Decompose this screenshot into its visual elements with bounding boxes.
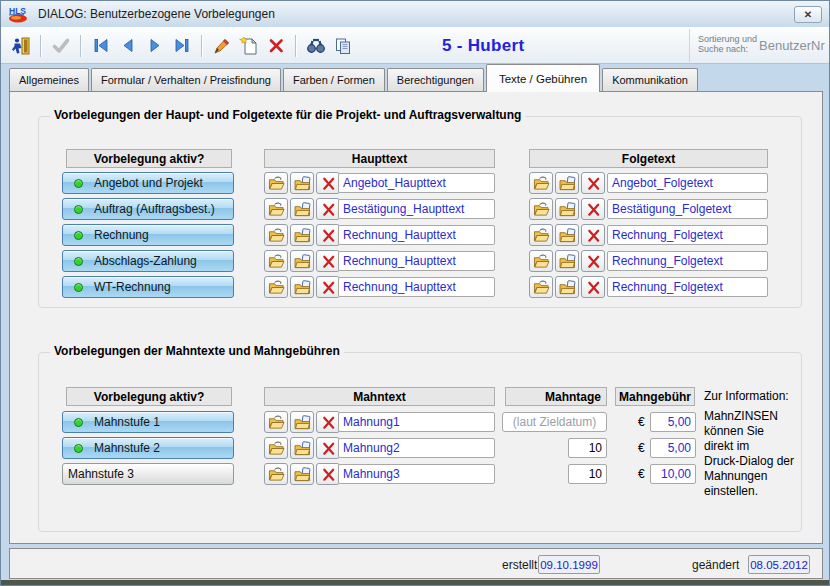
active-led-icon: [74, 283, 83, 292]
toggle-label: Auftrag (Auftragsbest.): [94, 202, 215, 216]
folgetext-field[interactable]: [607, 199, 768, 219]
mahngebuehr-field[interactable]: [650, 438, 696, 458]
save-check-icon: [51, 36, 71, 56]
clear-button[interactable]: [316, 276, 340, 298]
open-folder-button[interactable]: [529, 224, 553, 246]
toggle-abschlags-zahlung[interactable]: Abschlags-Zahlung: [62, 250, 234, 272]
tab-allgemeines[interactable]: Allgemeines: [9, 68, 89, 91]
open-folder-button[interactable]: [264, 276, 288, 298]
clear-button[interactable]: [316, 463, 340, 485]
toggle-label: Mahnstufe 3: [68, 467, 134, 481]
header-folgetext: Folgetext: [529, 149, 768, 168]
first-record-icon: [91, 36, 111, 56]
exit-button[interactable]: [7, 32, 34, 59]
clear-button[interactable]: [316, 198, 340, 220]
mahngebuehr-field[interactable]: [650, 412, 696, 432]
close-button[interactable]: ✕: [794, 6, 822, 23]
clear-button[interactable]: [581, 172, 605, 194]
new-record-button[interactable]: [235, 32, 262, 59]
open-folder-button[interactable]: [529, 250, 553, 272]
tab-kommunikation[interactable]: Kommunikation: [602, 68, 698, 91]
last-record-button[interactable]: [168, 32, 195, 59]
folder-page-button[interactable]: [555, 224, 579, 246]
open-folder-button[interactable]: [264, 172, 288, 194]
save-button[interactable]: [47, 32, 74, 59]
clear-red-x-icon: [585, 202, 602, 217]
tab-berechtigungen[interactable]: Berechtigungen: [387, 68, 484, 91]
mahntage-field[interactable]: [568, 464, 607, 484]
toggle-rechnung[interactable]: Rechnung: [62, 224, 234, 246]
folder-page-button[interactable]: [290, 437, 314, 459]
folder-page-button[interactable]: [555, 198, 579, 220]
mahntage-field[interactable]: [568, 438, 607, 458]
mahngebuehr-field[interactable]: [650, 464, 696, 484]
sort-value: BenutzerNr: [759, 38, 825, 53]
folgetext-field[interactable]: [607, 277, 768, 297]
mahntext-field[interactable]: [338, 464, 495, 484]
open-folder-button[interactable]: [264, 411, 288, 433]
haupttext-field[interactable]: [338, 251, 495, 271]
clear-red-x-icon: [320, 202, 337, 217]
haupttext-field[interactable]: [338, 225, 495, 245]
toggle-wt-rechnung[interactable]: WT-Rechnung: [62, 276, 234, 298]
folder-page-button[interactable]: [290, 198, 314, 220]
open-folder-button[interactable]: [264, 463, 288, 485]
haupttext-field[interactable]: [338, 277, 495, 297]
haupttext-field[interactable]: [338, 199, 495, 219]
clear-button[interactable]: [316, 224, 340, 246]
clear-red-x-icon: [585, 228, 602, 243]
next-record-button[interactable]: [141, 32, 168, 59]
folgetext-actions: [529, 276, 605, 298]
toggle-mahnstufe-2[interactable]: Mahnstufe 2: [62, 437, 234, 459]
mahntext-field[interactable]: [338, 438, 495, 458]
search-button[interactable]: [302, 32, 329, 59]
toggle-angebot-und-projekt[interactable]: Angebot und Projekt: [62, 172, 234, 194]
open-folder-button[interactable]: [264, 224, 288, 246]
copy-button[interactable]: [329, 32, 356, 59]
clear-button[interactable]: [316, 250, 340, 272]
record-title: 5 - Hubert: [442, 36, 524, 56]
clear-button[interactable]: [581, 250, 605, 272]
clear-button[interactable]: [581, 276, 605, 298]
tab-texte-gebuehren[interactable]: Texte / Gebühren: [486, 64, 600, 92]
prev-record-button[interactable]: [114, 32, 141, 59]
open-folder-button[interactable]: [529, 198, 553, 220]
first-record-button[interactable]: [87, 32, 114, 59]
clear-button[interactable]: [581, 198, 605, 220]
tab-farben-formen[interactable]: Farben / Formen: [283, 68, 385, 91]
toggle-mahnstufe-3[interactable]: Mahnstufe 3: [62, 463, 234, 485]
folder-page-button[interactable]: [290, 224, 314, 246]
toggle-auftrag[interactable]: Auftrag (Auftragsbest.): [62, 198, 234, 220]
edit-button[interactable]: [208, 32, 235, 59]
open-folder-button[interactable]: [264, 198, 288, 220]
folder-page-button[interactable]: [290, 411, 314, 433]
mahntage-field[interactable]: [502, 412, 607, 432]
open-folder-button[interactable]: [264, 437, 288, 459]
tab-formular-verhalten-preisfindung[interactable]: Formular / Verhalten / Preisfindung: [91, 68, 281, 91]
clear-button[interactable]: [316, 411, 340, 433]
open-folder-button[interactable]: [529, 276, 553, 298]
clear-button[interactable]: [316, 437, 340, 459]
clear-red-x-icon: [585, 254, 602, 269]
folder-page-button[interactable]: [555, 172, 579, 194]
folder-page-button[interactable]: [555, 276, 579, 298]
open-folder-icon: [268, 254, 285, 269]
toggle-label: Abschlags-Zahlung: [94, 254, 197, 268]
delete-button[interactable]: [262, 32, 289, 59]
folgetext-field[interactable]: [607, 173, 768, 193]
folder-page-button[interactable]: [555, 250, 579, 272]
folgetext-field[interactable]: [607, 251, 768, 271]
open-folder-button[interactable]: [264, 250, 288, 272]
folder-page-button[interactable]: [290, 276, 314, 298]
folgetext-field[interactable]: [607, 225, 768, 245]
folder-page-button[interactable]: [290, 463, 314, 485]
open-folder-button[interactable]: [529, 172, 553, 194]
clear-button[interactable]: [581, 224, 605, 246]
clear-button[interactable]: [316, 172, 340, 194]
folder-page-button[interactable]: [290, 172, 314, 194]
folder-page-icon: [294, 280, 311, 295]
folder-page-button[interactable]: [290, 250, 314, 272]
toggle-mahnstufe-1[interactable]: Mahnstufe 1: [62, 411, 234, 433]
haupttext-field[interactable]: [338, 173, 495, 193]
mahntext-field[interactable]: [338, 412, 495, 432]
